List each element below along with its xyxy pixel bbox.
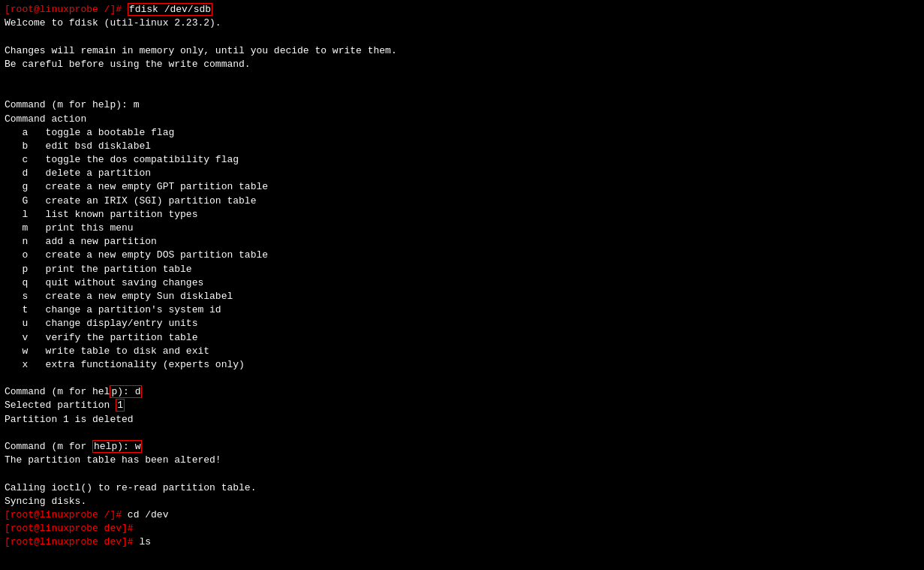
- line-blank-3: [5, 85, 919, 98]
- line-22: v verify the partition table: [5, 331, 919, 345]
- line-5: Command (m for help): m: [5, 98, 919, 112]
- ls-col-7: sda sda1 sda2 sdb sg0 sg1 sg2 sg3 snapsh…: [537, 550, 601, 571]
- line-8: b edit bsd disklabel: [5, 140, 919, 153]
- line-15: n add a new partition: [5, 235, 919, 249]
- line-25: Command (m for help): d: [5, 385, 919, 399]
- line-27: Partition 1 is deleted: [5, 413, 919, 427]
- line-26: Selected partition 1: [5, 399, 919, 412]
- ls-col-3: fd full fuse hpet hugepages initctl inpu…: [177, 550, 237, 571]
- line-12: G create an IRIX (SGI) partition table: [5, 195, 919, 208]
- ls-col-9: tty11 tty12 tty13 tty14 tty15 tty16 tty1…: [658, 550, 706, 571]
- ls-col-10: tty2 tty20 tty21 tty22 tty23 tty24 tty25…: [706, 550, 755, 571]
- line-30: Calling ioctl() to re-read partition tab…: [5, 481, 919, 495]
- line-3: Changes will remain in memory only, unti…: [5, 44, 919, 58]
- line-33: [root@linuxprobe dev]#: [5, 522, 919, 535]
- line-1: [root@linuxprobe /]# fdisk /dev/sdb: [5, 3, 919, 17]
- line-10: d delete a partition: [5, 167, 919, 180]
- ls-col-2: cpu cpu_dma_latency crash disk dm-0 dm-1…: [80, 550, 177, 571]
- line-6: Command action: [5, 113, 919, 126]
- line-16: o create a new empty DOS partition table: [5, 249, 919, 262]
- ls-col-13: tty44 tty45 tty46 tty47 tty48 tty49 tty5…: [853, 550, 901, 571]
- ls-col-5: midi net network_latency network_through…: [327, 550, 447, 571]
- cmd-fdisk: fdisk /dev/sdb: [128, 3, 212, 16]
- ls-col-12: tty36 tty37 tty38 tty39 tty40 tty41 tty4…: [804, 550, 853, 571]
- line-28: Command (m for help): w: [5, 440, 919, 454]
- line-4: Be careful before using the write comman…: [5, 58, 919, 71]
- line-17: p print the partition table: [5, 263, 919, 276]
- line-24: x extra functionality (experts only): [5, 358, 919, 372]
- cmd-d: p): d: [110, 385, 142, 398]
- ls-output: agpgart autofs block bsg btrfs-control c…: [5, 550, 919, 571]
- line-blank-1: [5, 30, 919, 44]
- cmd-w: help): w: [92, 440, 142, 453]
- ls-col-14: tty52 tty53 tty54 tty55 tty56 tty57 tty5…: [901, 550, 924, 571]
- line-29: The partition table has been altered!: [5, 454, 919, 467]
- line-blank-2: [5, 71, 919, 85]
- line-18: q quit without saving changes: [5, 276, 919, 290]
- line-23: w write table to disk and exit: [5, 345, 919, 358]
- ls-col-1: agpgart autofs block bsg btrfs-control c…: [5, 550, 80, 571]
- prompt-1: [root@linuxprobe /]#: [5, 4, 122, 15]
- line-20: t change a partition's system id: [5, 303, 919, 317]
- line-7: a toggle a bootable flag: [5, 126, 919, 140]
- line-9: c toggle the dos compatibility flag: [5, 153, 919, 167]
- line-blank-4: [5, 372, 919, 385]
- line-blank-5: [5, 427, 919, 440]
- ls-col-8: snd sr0 stderr stdin stdout tty tty0 tty…: [601, 550, 658, 571]
- line-34: [root@linuxprobe dev]# ls: [5, 535, 919, 549]
- ls-col-4: log loop-control lp0 lp1 lp2 lp3 mapper …: [237, 550, 327, 571]
- line-31: Syncing disks.: [5, 495, 919, 508]
- ls-col-6: ppp ptmx pts random raw rfkill rhel_linu…: [447, 550, 537, 571]
- part-1: 1: [116, 399, 125, 412]
- line-14: m print this menu: [5, 222, 919, 235]
- terminal-window: [root@linuxprobe /]# fdisk /dev/sdb Welc…: [5, 3, 919, 570]
- line-32: [root@linuxprobe /]# cd /dev: [5, 508, 919, 522]
- line-blank-6: [5, 467, 919, 481]
- line-21: u change display/entry units: [5, 317, 919, 330]
- line-2: Welcome to fdisk (util-linux 2.23.2).: [5, 17, 919, 30]
- line-19: s create a new empty Sun disklabel: [5, 290, 919, 303]
- line-13: l list known partition types: [5, 208, 919, 222]
- ls-col-11: tty28 tty29 tty3 tty30 tty31 tty32 tty33…: [755, 550, 804, 571]
- line-11: g create a new empty GPT partition table: [5, 180, 919, 194]
